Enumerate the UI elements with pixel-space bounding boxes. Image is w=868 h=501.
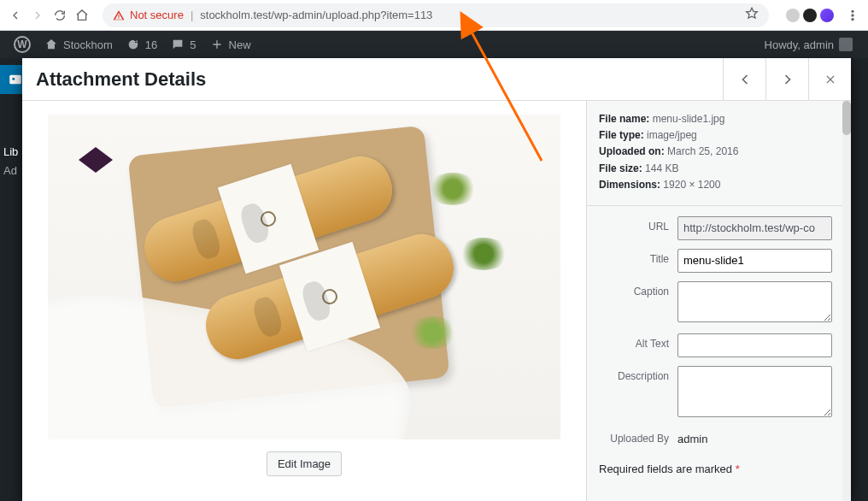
file-type-label: File type: xyxy=(599,129,644,141)
wordpress-logo-icon: W xyxy=(14,36,31,53)
file-size-label: File size: xyxy=(599,162,642,174)
wp-adminbar: W Stockhom 16 5 New Howdy, admin xyxy=(0,31,868,58)
not-secure-badge: Not secure xyxy=(113,9,184,21)
modal-title: Attachment Details xyxy=(22,58,723,100)
next-attachment-button[interactable] xyxy=(765,58,808,100)
file-name-value: menu-slide1.jpg xyxy=(653,113,725,125)
url-separator: | xyxy=(191,9,193,21)
overflow-menu-icon[interactable] xyxy=(844,7,861,24)
uploaded-by-label: Uploaded By xyxy=(587,428,677,445)
extension-icon[interactable] xyxy=(803,9,817,22)
wp-logo-menu[interactable]: W xyxy=(7,31,38,58)
svg-point-4 xyxy=(12,78,15,80)
sidebar-label-library[interactable]: Lib xyxy=(0,145,18,158)
updates-menu[interactable]: 16 xyxy=(120,31,164,58)
back-icon[interactable] xyxy=(7,7,24,24)
reload-icon[interactable] xyxy=(51,7,68,24)
bookmark-star-icon[interactable] xyxy=(745,7,759,23)
required-star: * xyxy=(736,463,740,475)
edit-image-button[interactable]: Edit Image xyxy=(267,451,342,476)
uploaded-by-value: admin xyxy=(677,428,842,445)
dimensions-value: 1920 × 1200 xyxy=(663,179,720,191)
description-label: Description xyxy=(587,366,677,382)
modal-header: Attachment Details xyxy=(22,58,851,101)
home-icon xyxy=(44,38,58,51)
svg-point-1 xyxy=(852,15,853,16)
alt-text-label: Alt Text xyxy=(587,333,677,350)
required-fields-note: Required fields are marked * xyxy=(587,459,851,487)
svg-rect-3 xyxy=(9,75,21,85)
scrollbar-thumb[interactable] xyxy=(842,101,851,135)
url-field[interactable] xyxy=(677,216,832,240)
description-field[interactable] xyxy=(677,366,832,417)
dimensions-label: Dimensions: xyxy=(599,179,660,191)
title-field[interactable] xyxy=(677,249,832,273)
attachment-details-pane: File name: menu-slide1.jpg File type: im… xyxy=(586,101,851,501)
prev-attachment-button[interactable] xyxy=(723,58,765,100)
svg-point-2 xyxy=(852,18,853,20)
forward-icon[interactable] xyxy=(29,7,46,24)
site-name-menu[interactable]: Stockhom xyxy=(38,31,120,58)
file-size-value: 144 KB xyxy=(645,162,678,174)
caption-label: Caption xyxy=(587,281,677,298)
uploaded-on-value: March 25, 2016 xyxy=(667,145,738,157)
attachment-image xyxy=(48,115,560,439)
comments-count: 5 xyxy=(190,38,196,51)
plus-icon xyxy=(210,38,224,51)
not-secure-label: Not secure xyxy=(130,9,184,21)
comments-menu[interactable]: 5 xyxy=(164,31,202,58)
file-name-label: File name: xyxy=(599,113,649,125)
file-type-value: image/jpeg xyxy=(647,129,697,141)
extension-icon[interactable] xyxy=(786,9,800,22)
svg-point-0 xyxy=(852,10,853,12)
url-text: stockholm.test/wp-admin/upload.php?item=… xyxy=(200,9,432,21)
account-menu[interactable]: Howdy, admin xyxy=(765,38,861,51)
new-content-menu[interactable]: New xyxy=(203,31,258,58)
site-name: Stockhom xyxy=(63,38,113,51)
close-modal-button[interactable] xyxy=(808,58,851,100)
address-bar[interactable]: Not secure | stockholm.test/wp-admin/upl… xyxy=(103,3,769,27)
howdy-label: Howdy, admin xyxy=(765,38,834,51)
sidebar-label-addnew[interactable]: Ad xyxy=(0,164,17,177)
new-label: New xyxy=(229,38,251,51)
profile-avatar-icon[interactable] xyxy=(820,9,834,22)
avatar xyxy=(839,38,853,51)
attachment-form: URL Title Caption Alt Text Description xyxy=(587,206,851,459)
comment-icon xyxy=(171,38,185,51)
browser-toolbar: Not secure | stockholm.test/wp-admin/upl… xyxy=(0,0,868,31)
title-label: Title xyxy=(587,249,677,265)
caption-field[interactable] xyxy=(677,281,832,322)
attachment-preview-pane: Edit Image xyxy=(22,101,586,501)
attachment-meta: File name: menu-slide1.jpg File type: im… xyxy=(587,101,851,206)
home-icon[interactable] xyxy=(73,7,91,24)
attachment-details-modal: Attachment Details Edit Image File name: xyxy=(22,58,851,501)
alt-text-field[interactable] xyxy=(677,333,832,357)
url-label: URL xyxy=(587,216,677,233)
uploaded-on-label: Uploaded on: xyxy=(599,145,665,157)
updates-icon xyxy=(126,38,140,51)
scrollbar-track[interactable] xyxy=(842,101,851,501)
updates-count: 16 xyxy=(145,38,157,51)
extensions-area xyxy=(786,9,834,22)
